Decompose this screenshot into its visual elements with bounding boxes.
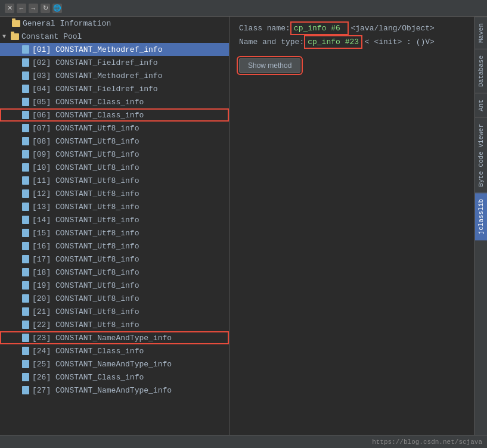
file-icon [21,45,30,54]
file-icon [21,203,30,211]
tree-item[interactable]: [26] CONSTANT_Class_info [0,371,229,384]
tree-items: [01] CONSTANT_Methodref_info[02] CONSTAN… [0,43,229,397]
tree-item[interactable]: [02] CONSTANT_Fieldref_info [0,56,229,69]
file-icon [21,85,30,93]
file-icon [21,334,30,342]
folder-open-icon [11,32,19,41]
show-method-button[interactable]: Show method [239,58,300,73]
tree-item-label: [09] CONSTANT_Utf8_info [32,150,227,159]
tree-item-label: [05] CONSTANT_Class_info [32,98,227,107]
status-bar: https://blog.csdn.net/scjava [0,435,487,448]
file-icon [21,360,30,368]
tree-item[interactable]: [24] CONSTANT_Class_info [0,344,229,357]
tree-item[interactable]: [12] CONSTANT_Utf8_info [0,187,229,200]
sidebar-tab-ant[interactable]: Ant [475,93,487,117]
tree-item-label: [21] CONSTANT_Utf8_info [32,307,227,316]
sidebar-tabs: MavenDatabaseAntByte Code Viewerjclassli… [475,17,487,241]
tree-item[interactable]: [04] CONSTANT_Fieldref_info [0,82,229,95]
sidebar-tab-byte-code-viewer[interactable]: Byte Code Viewer [475,117,487,193]
status-url: https://blog.csdn.net/scjava [372,438,482,446]
file-icon [21,294,30,303]
tree-item-label: [02] CONSTANT_Fieldref_info [32,58,227,67]
class-full-value: <java/lang/Object> [346,24,435,33]
forward-button[interactable]: → [29,4,38,13]
sidebar-tab-jclasslib[interactable]: jclasslib [475,192,487,240]
tree-item-label: [04] CONSTANT_Fieldref_info [32,85,227,94]
tree-item-label: [11] CONSTANT_Utf8_info [32,176,227,185]
tree-item[interactable]: [25] CONSTANT_NameAndType_info [0,357,229,371]
tree-item[interactable]: [01] CONSTANT_Methodref_info [0,43,229,56]
tree-item-label: [18] CONSTANT_Utf8_info [32,268,227,277]
right-sidebar: MavenDatabaseAntByte Code Viewerjclassli… [474,17,487,435]
tree-item[interactable]: [19] CONSTANT_Utf8_info [0,279,229,292]
file-icon [21,163,30,172]
sidebar-tab-maven[interactable]: Maven [475,17,487,49]
tree-item[interactable]: [03] CONSTANT_Methodref_info [0,69,229,82]
file-icon [21,124,30,132]
tree-item-label: [23] CONSTANT_NameAndType_info [32,334,227,343]
file-icon [21,189,30,198]
file-icon [21,373,30,381]
button-row: Show method [239,51,464,73]
close-button[interactable]: ✕ [5,4,14,13]
file-icon [21,255,30,263]
file-icon [21,307,30,316]
main-content: General Information ▼ Constant Pool [01]… [0,17,487,435]
refresh-button[interactable]: ↻ [41,4,50,13]
tree-item-label: [01] CONSTANT_Methodref_info [32,45,227,54]
tree-item-label: [19] CONSTANT_Utf8_info [32,281,227,290]
tree-item[interactable]: [14] CONSTANT_Utf8_info [0,213,229,226]
tree-item-label: [25] CONSTANT_NameAndType_info [32,360,227,369]
tree-item[interactable]: [27] CONSTANT_NameAndType_info [0,384,229,397]
sidebar-tab-database[interactable]: Database [475,49,487,93]
tree-item-label: [12] CONSTANT_Utf8_info [32,189,227,198]
file-icon [21,281,30,290]
tree-item[interactable]: [20] CONSTANT_Utf8_info [0,292,229,305]
tree-item[interactable]: [13] CONSTANT_Utf8_info [0,200,229,213]
file-icon [21,386,30,394]
expand-icon: ▼ [2,33,11,40]
name-type-label: Name and type: [239,38,304,46]
tree-item[interactable]: [22] CONSTANT_Utf8_info [0,318,229,331]
tree-item-label: [07] CONSTANT_Utf8_info [32,124,227,133]
class-name-label: Class name: [239,24,290,33]
general-info-label: General Information [23,19,227,28]
file-icon [21,347,30,355]
tree-item-constant-pool[interactable]: ▼ Constant Pool [0,30,229,43]
tree-item[interactable]: [05] CONSTANT_Class_info [0,95,229,108]
class-name-row: Class name: cp_info #6 <java/lang/Object… [239,24,464,33]
tree-item[interactable]: [09] CONSTANT_Utf8_info [0,148,229,161]
tree-item-label: [24] CONSTANT_Class_info [32,347,227,356]
tree-item-label: [14] CONSTANT_Utf8_info [32,216,227,225]
browser-button[interactable]: 🌐 [52,4,62,13]
file-icon [21,321,30,329]
tree-panel: General Information ▼ Constant Pool [01]… [0,17,229,435]
tree-item[interactable]: [06] CONSTANT_Class_info [0,108,229,122]
top-bar: ✕ ← → ↻ 🌐 [0,0,487,17]
tree-item[interactable]: [23] CONSTANT_NameAndType_info [0,331,229,344]
name-type-cp-link[interactable]: cp_info #23 [308,38,359,46]
file-icon [21,111,30,119]
tree-item-label: [06] CONSTANT_Class_info [32,111,227,120]
tree-item[interactable]: [21] CONSTANT_Utf8_info [0,305,229,318]
tree-item[interactable]: [15] CONSTANT_Utf8_info [0,226,229,239]
tree-item[interactable]: [16] CONSTANT_Utf8_info [0,239,229,253]
file-icon [21,176,30,185]
detail-panel: Class name: cp_info #6 <java/lang/Object… [229,17,474,435]
tree-item[interactable]: [10] CONSTANT_Utf8_info [0,161,229,174]
tree-item[interactable]: [18] CONSTANT_Utf8_info [0,266,229,279]
file-icon [21,268,30,276]
class-cp-link[interactable]: cp_info #6 [294,24,340,33]
tree-item-label: [08] CONSTANT_Utf8_info [32,137,227,146]
tree-item-label: [13] CONSTANT_Utf8_info [32,203,227,211]
tree-item[interactable]: [17] CONSTANT_Utf8_info [0,253,229,266]
tree-item[interactable]: [08] CONSTANT_Utf8_info [0,135,229,148]
file-icon [21,229,30,237]
tree-item-general-info[interactable]: General Information [0,17,229,30]
tree-item[interactable]: [11] CONSTANT_Utf8_info [0,174,229,187]
file-icon [21,150,30,158]
back-button[interactable]: ← [17,4,26,13]
constant-pool-label: Constant Pool [21,32,227,41]
tree-item[interactable]: [07] CONSTANT_Utf8_info [0,122,229,135]
file-icon [21,137,30,145]
